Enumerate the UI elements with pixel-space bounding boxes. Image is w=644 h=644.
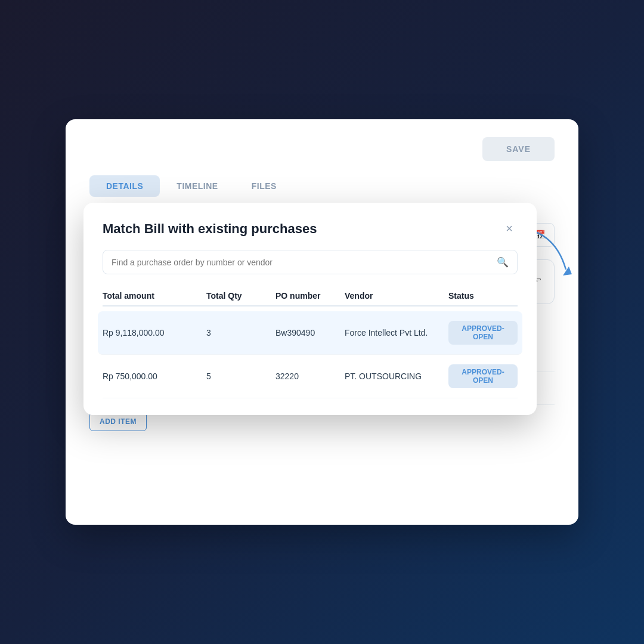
search-icon: 🔍 [497, 256, 509, 268]
row2-po-number: 32220 [275, 371, 345, 381]
modal-col-total-qty: Total Qty [206, 291, 275, 301]
row1-vendor: Force Intellect Pvt Ltd. [345, 328, 448, 338]
row2-total-qty: 5 [206, 371, 275, 381]
row2-vendor: PT. OUTSOURCING [345, 371, 448, 381]
tab-details[interactable]: DETAILS [89, 175, 160, 197]
row1-status: APPROVED-OPEN [448, 321, 518, 345]
modal-table-row[interactable]: Rp 750,000.00 5 32220 PT. OUTSOURCING AP… [103, 355, 518, 398]
tab-timeline[interactable]: TIMELINE [160, 175, 234, 197]
status-badge: APPROVED-OPEN [448, 321, 518, 345]
svg-marker-0 [563, 267, 572, 275]
status-badge: APPROVED-OPEN [448, 364, 518, 388]
modal-search-bar: 🔍 [103, 250, 518, 274]
modal-table-header: Total amount Total Qty PO number Vendor … [103, 286, 518, 306]
row1-po-number: Bw390490 [275, 328, 345, 338]
match-bill-modal: Match Bill with existing purchases × 🔍 T… [83, 203, 537, 415]
modal-close-button[interactable]: × [501, 219, 518, 238]
modal-col-vendor: Vendor [345, 291, 448, 301]
header-row: SAVE [89, 137, 555, 161]
tab-files[interactable]: FILES [235, 175, 293, 197]
search-input[interactable] [112, 258, 491, 267]
modal-col-status: Status [448, 291, 518, 301]
modal-table-row[interactable]: Rp 9,118,000.00 3 Bw390490 Force Intelle… [98, 311, 522, 355]
row1-total-qty: 3 [206, 328, 275, 338]
modal-col-po-number: PO number [275, 291, 345, 301]
row2-total-amount: Rp 750,000.00 [103, 371, 206, 381]
modal-header: Match Bill with existing purchases × [103, 219, 518, 238]
row1-total-amount: Rp 9,118,000.00 [103, 328, 206, 338]
tabs-row: DETAILS TIMELINE FILES [89, 175, 555, 197]
row2-status: APPROVED-OPEN [448, 364, 518, 388]
modal-title: Match Bill with existing purchases [103, 221, 317, 237]
save-button[interactable]: SAVE [482, 137, 555, 161]
modal-col-total-amount: Total amount [103, 291, 206, 301]
